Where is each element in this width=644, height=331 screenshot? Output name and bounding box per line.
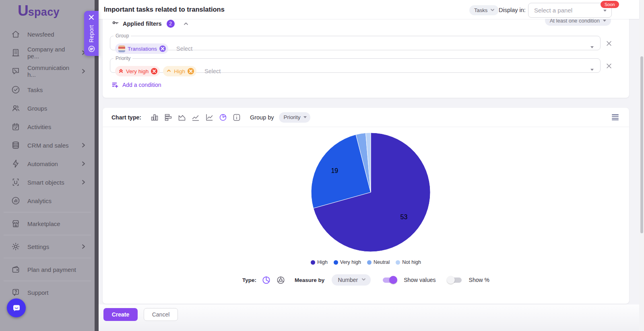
- priority-filter-field[interactable]: Priority Very high: [110, 56, 601, 73]
- filter-key-icon: [111, 19, 119, 28]
- chip-remove-icon[interactable]: [151, 68, 157, 74]
- double-chevron-up-icon: [118, 68, 124, 74]
- chevron-right-icon: [80, 142, 87, 148]
- legend-item-very-high[interactable]: Very high: [334, 259, 361, 265]
- sidebar-divider: [4, 281, 91, 281]
- group-avatar: [118, 45, 125, 52]
- entity-selector-chip[interactable]: Tasks: [469, 5, 499, 15]
- panel-select-placeholder: Select a panel: [534, 7, 572, 14]
- sidebar-divider: [4, 212, 91, 212]
- pie-type-icon[interactable]: [262, 275, 271, 285]
- pie-chart-icon[interactable]: [219, 113, 227, 122]
- sidebar: U spacy NewsfeedCompany and pe...Communi…: [0, 0, 95, 331]
- sidebar-item-marketplace[interactable]: Marketplace: [0, 214, 95, 233]
- show-values-toggle[interactable]: [382, 275, 398, 284]
- group-field-label: Group: [114, 33, 131, 39]
- add-condition-link[interactable]: Add a condition: [111, 81, 161, 88]
- close-icon[interactable]: [89, 14, 94, 22]
- sidebar-item-label: Analytics: [27, 197, 52, 204]
- chevron-right-icon: [80, 68, 87, 74]
- panel-select[interactable]: Select a panel: [528, 3, 612, 18]
- sidebar-divider: [4, 258, 91, 258]
- groups-icon: [11, 103, 21, 113]
- filters-card: Applied filters 2 At least one condition…: [103, 12, 629, 98]
- chevron-right-icon: [80, 243, 87, 250]
- measure-dropdown[interactable]: Number: [332, 274, 371, 286]
- sidebar-item-automation[interactable]: Automation: [0, 154, 95, 173]
- sidebar-item-label: Marketplace: [27, 220, 60, 227]
- sidebar-item-label: Settings: [27, 243, 49, 250]
- chip-remove-icon[interactable]: [188, 68, 194, 74]
- group-by-label: Group by: [250, 114, 274, 121]
- dropdown-caret-icon[interactable]: [590, 46, 594, 48]
- tasks-icon: [11, 85, 21, 95]
- sidebar-item-newsfeed[interactable]: Newsfeed: [0, 25, 95, 43]
- chart-menu-icon[interactable]: [610, 113, 620, 122]
- sidebar-item-label: Automation: [27, 160, 58, 167]
- sidebar-item-label: Newsfeed: [27, 31, 54, 38]
- remove-priority-filter-button[interactable]: [605, 62, 613, 70]
- column-chart-icon[interactable]: [150, 113, 159, 122]
- sidebar-item-communication-h[interactable]: Communication h...: [0, 62, 95, 80]
- settings-icon: [11, 242, 21, 251]
- sidebar-item-label: Groups: [27, 105, 47, 112]
- chart-legend: HighVery highNeutralNot high: [103, 259, 629, 265]
- show-percent-label: Show %: [469, 277, 489, 283]
- group-filter-field[interactable]: Group Translations Select: [110, 33, 601, 50]
- legend-item-high[interactable]: High: [311, 259, 328, 265]
- automation-icon: [11, 159, 21, 169]
- chevron-down-icon: [361, 277, 366, 283]
- sidebar-item-settings[interactable]: Settings: [0, 237, 95, 256]
- app-root: U spacy NewsfeedCompany and pe...Communi…: [0, 0, 644, 331]
- legend-item-neutral[interactable]: Neutral: [367, 259, 390, 265]
- scrollbar-thumb[interactable]: [640, 56, 643, 233]
- legend-item-not-high[interactable]: Not high: [396, 259, 421, 265]
- remove-group-filter-button[interactable]: [605, 39, 613, 47]
- chart-type-label: Chart type:: [111, 114, 141, 121]
- legend-label: Very high: [340, 259, 361, 265]
- line-chart-icon[interactable]: [191, 113, 200, 122]
- wallet-icon: [11, 265, 21, 274]
- create-button[interactable]: Create: [103, 308, 138, 321]
- priority-select-placeholder: Select: [204, 68, 221, 74]
- donut-type-icon[interactable]: [276, 275, 285, 285]
- cancel-button[interactable]: Cancel: [144, 308, 178, 321]
- analytics-icon: [11, 196, 21, 206]
- report-tab[interactable]: Report: [84, 11, 99, 56]
- area-chart-icon[interactable]: [178, 113, 186, 122]
- chip-remove-icon[interactable]: [159, 45, 166, 52]
- sidebar-item-groups[interactable]: Groups: [0, 99, 95, 117]
- chat-bubble-icon: [11, 303, 22, 313]
- uspacy-logo[interactable]: U spacy: [18, 2, 60, 19]
- sidebar-item-label: Tasks: [27, 86, 43, 93]
- group-chip-translations[interactable]: Translations: [115, 43, 168, 54]
- report-drawer: Applied filters 2 At least one condition…: [99, 0, 644, 331]
- pie-value-label: 19: [331, 167, 338, 174]
- sidebar-item-crm-and-sales[interactable]: CRM and sales: [0, 136, 95, 154]
- group-by-dropdown[interactable]: Priority: [279, 112, 310, 123]
- group-by-value: Priority: [284, 114, 301, 120]
- communication-icon: [11, 66, 21, 76]
- sidebar-item-plan-and-payment[interactable]: Plan and payment: [0, 260, 95, 279]
- priority-field-label: Priority: [114, 56, 132, 61]
- sidebar-item-activities[interactable]: Activities: [0, 117, 95, 136]
- calendar-icon: [11, 122, 21, 132]
- priority-chip-very-high[interactable]: Very high: [115, 66, 160, 76]
- axis-line-chart-icon[interactable]: [205, 113, 214, 122]
- show-percent-toggle[interactable]: [447, 275, 463, 284]
- chevron-up-icon[interactable]: [183, 21, 189, 27]
- number-widget-icon[interactable]: [232, 113, 241, 122]
- priority-chip-high[interactable]: High: [163, 66, 196, 76]
- marketplace-icon: [11, 219, 21, 228]
- bar-chart-icon[interactable]: [164, 113, 173, 122]
- chat-fab-button[interactable]: [7, 298, 26, 317]
- chevron-right-icon: [80, 160, 87, 167]
- logo-text: spacy: [28, 6, 60, 19]
- sidebar-item-company-and-pe[interactable]: Company and pe...: [0, 43, 95, 62]
- pie-chart[interactable]: 5319: [103, 129, 629, 259]
- sidebar-item-analytics[interactable]: Analytics: [0, 191, 95, 210]
- sidebar-item-tasks[interactable]: Tasks: [0, 80, 95, 99]
- sidebar-item-label: CRM and sales: [27, 142, 69, 149]
- dropdown-caret-icon[interactable]: [590, 69, 594, 71]
- sidebar-item-smart-objects[interactable]: Smart objects: [0, 173, 95, 191]
